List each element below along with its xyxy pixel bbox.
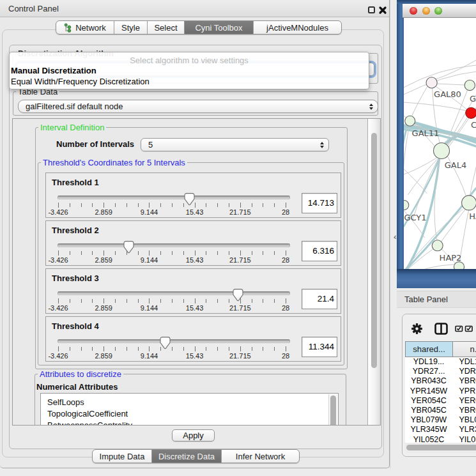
- slider-track[interactable]: [58, 291, 290, 295]
- slider-tick-label: 15.43: [176, 304, 214, 312]
- cell-name: YBL07: [459, 415, 476, 424]
- numerical-attributes-label: Numerical Attributes: [36, 382, 118, 392]
- slider-tick: [274, 347, 275, 351]
- slider-tick-label: 2.859: [84, 352, 123, 360]
- apply-button[interactable]: Apply: [172, 429, 215, 441]
- slider-tick-label: 2.859: [84, 256, 123, 264]
- slider-thumb[interactable]: [184, 193, 195, 206]
- slider-thumb[interactable]: [160, 337, 171, 349]
- bottom-tab-discretize-data[interactable]: Discretize Data: [152, 450, 222, 463]
- network-node-C-red[interactable]: [465, 107, 476, 118]
- slider-track[interactable]: [58, 196, 290, 199]
- table-row[interactable]: YER054CYER05: [405, 395, 476, 405]
- attribute-list-item[interactable]: TopologicalCoefficient: [41, 408, 338, 420]
- network-node-GAL80[interactable]: [426, 77, 437, 88]
- slider-tick: [160, 299, 161, 303]
- column-header-shared-name[interactable]: shared...: [406, 342, 453, 357]
- network-edge[interactable]: [435, 60, 476, 79]
- table-data-combobox[interactable]: galFiltered.sif default node: [18, 100, 378, 113]
- control-panel-titlebar[interactable]: Control Panel: [0, 0, 389, 17]
- slider-thumb[interactable]: [123, 241, 134, 254]
- network-edge[interactable]: [411, 87, 427, 116]
- table-row[interactable]: YBR043CYBR04: [405, 376, 476, 386]
- table-row[interactable]: YPR145WYPR14: [405, 386, 476, 395]
- minimize-traffic-light-icon[interactable]: [422, 7, 430, 15]
- slider-tick: [229, 347, 229, 351]
- slider-tick: [58, 346, 59, 351]
- network-node-GCY1[interactable]: [404, 201, 409, 210]
- table-row[interactable]: YDL19...YDL19: [405, 357, 476, 367]
- slider-tick: [81, 203, 82, 207]
- slider-tick: [217, 347, 218, 351]
- network-node-bottom[interactable]: [454, 262, 464, 269]
- slider-thumb[interactable]: [233, 289, 243, 302]
- network-edge[interactable]: [436, 84, 464, 85]
- slider-tick: [206, 251, 206, 255]
- bottom-tab-bar: Impute DataDiscretize DataInfer Network: [92, 449, 300, 463]
- number-of-intervals-combobox[interactable]: 5: [141, 138, 329, 151]
- close-icon[interactable]: [378, 2, 387, 15]
- bottom-tab-impute-data[interactable]: Impute Data: [93, 450, 152, 463]
- columns-icon[interactable]: [434, 323, 448, 335]
- table-horizontal-scrollbar[interactable]: [405, 443, 476, 453]
- network-node-GAL4[interactable]: [433, 143, 449, 159]
- screenshot-root: Control Panel NetworkStyleSelectCyni Too…: [0, 0, 476, 476]
- slider-tick: [217, 299, 218, 303]
- attribute-list-item[interactable]: BetweennessCentrality: [41, 420, 338, 426]
- slider-tick: [138, 347, 139, 351]
- restore-icon[interactable]: [368, 6, 375, 13]
- table-row[interactable]: YDR27...YDR27: [405, 367, 476, 376]
- popup-item-manual-discretization[interactable]: Manual Discretization: [11, 66, 96, 75]
- threshold-value-field[interactable]: 21.4: [302, 289, 337, 309]
- settings-scrollbar-thumb[interactable]: [371, 133, 377, 368]
- tab-style[interactable]: Style: [114, 21, 148, 34]
- threshold-value-field[interactable]: 11.344: [302, 337, 337, 357]
- network-canvas[interactable]: GAL80GACYGAL11GAL4GCY1HAHAP2: [404, 18, 476, 269]
- tab-select[interactable]: Select: [148, 21, 185, 34]
- popup-hint-item[interactable]: Select algorithm to view settings: [10, 56, 369, 65]
- slider-tick: [104, 298, 104, 303]
- settings-vertical-scrollbar[interactable]: [367, 119, 380, 425]
- tab-network[interactable]: Network: [56, 21, 114, 34]
- table-row[interactable]: YBR045CYBR04: [405, 405, 476, 415]
- slider-tick-label: 28: [266, 208, 305, 216]
- threshold-value-field[interactable]: 14.713: [302, 193, 337, 213]
- cell-shared-name: YBL079W: [405, 415, 452, 424]
- tab-label: jActiveMNodules: [266, 23, 328, 33]
- network-node-HAP2[interactable]: [432, 240, 443, 251]
- slider-track[interactable]: [58, 339, 290, 343]
- column-header-name[interactable]: n.: [453, 342, 476, 357]
- bottom-tab-infer-network[interactable]: Infer Network: [222, 450, 299, 463]
- close-traffic-light-icon[interactable]: [410, 7, 417, 15]
- slider-track[interactable]: [58, 243, 290, 247]
- threshold-value-field[interactable]: 6.316: [302, 241, 337, 261]
- network-edge[interactable]: [404, 102, 466, 111]
- table-hscrollbar-thumb[interactable]: [406, 445, 476, 451]
- gear-icon[interactable]: [411, 323, 422, 334]
- network-node-H[interactable]: [461, 196, 476, 210]
- table-row[interactable]: YIL052CYIL05: [405, 434, 476, 443]
- tab-jactivemnodules[interactable]: jActiveMNodules: [254, 21, 341, 34]
- numerical-attributes-list[interactable]: SelfLoopsTopologicalCoefficientBetweenne…: [40, 393, 339, 426]
- table-row[interactable]: YLR345WYLR34: [405, 425, 476, 434]
- slider-tick: [127, 203, 127, 207]
- cell-name: YIL05: [459, 435, 476, 443]
- attribute-list-item[interactable]: SelfLoops: [41, 397, 338, 408]
- slider-tick: [115, 203, 116, 207]
- network-node-GA[interactable]: [464, 80, 475, 90]
- popup-item-equal-width[interactable]: Equal Width/Frequency Discretization: [11, 77, 150, 86]
- slider-tick: [195, 250, 196, 256]
- attributes-list-scrollbar[interactable]: [328, 394, 337, 426]
- tab-cyni-toolbox[interactable]: Cyni Toolbox: [185, 21, 254, 34]
- network-edge[interactable]: [404, 169, 427, 194]
- cell-name: YPR14: [459, 387, 476, 395]
- table-row[interactable]: YBL079WYBL07: [405, 415, 476, 425]
- select-all-checkboxes-icon[interactable]: [455, 325, 474, 332]
- slider-tick: [138, 203, 139, 207]
- slider-tick: [274, 203, 275, 207]
- threshold-box-2: Threshold 2-3.4262.8599.14415.4321.71528…: [45, 220, 341, 266]
- cell-shared-name: YLR345W: [405, 425, 452, 434]
- zoom-traffic-light-icon[interactable]: [434, 7, 442, 15]
- slider-tick: [138, 299, 139, 303]
- network-node-GAL11[interactable]: [404, 116, 415, 126]
